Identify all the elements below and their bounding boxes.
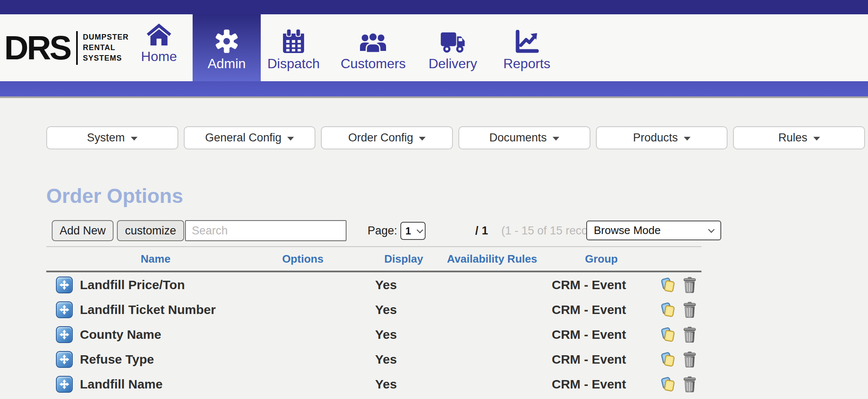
header-divider bbox=[0, 96, 868, 98]
row-group: CRM - Event bbox=[551, 352, 652, 367]
table-row: Landfill Ticket Number Yes CRM - Event bbox=[46, 297, 701, 322]
page-total: / 1 bbox=[475, 220, 488, 241]
table-row: Landfill Price/Ton Yes CRM - Event bbox=[46, 272, 701, 297]
row-name: Landfill Ticket Number bbox=[80, 303, 231, 317]
page-label: Page: bbox=[368, 220, 397, 241]
page-title: Order Options bbox=[46, 184, 183, 207]
admin-menu-bar: System General Config Order Config Docum… bbox=[46, 126, 865, 149]
nav-label: Customers bbox=[341, 57, 406, 70]
move-icon[interactable] bbox=[56, 301, 73, 318]
menu-products[interactable]: Products bbox=[596, 126, 728, 149]
trash-icon[interactable] bbox=[683, 351, 696, 367]
nav-item-admin-tile: Admin bbox=[193, 14, 261, 81]
move-icon[interactable] bbox=[56, 326, 73, 343]
column-header-display: Display bbox=[374, 253, 433, 266]
row-display: Yes bbox=[374, 278, 433, 292]
copy-icon[interactable] bbox=[660, 277, 676, 293]
row-display: Yes bbox=[374, 303, 433, 317]
row-name: Landfill Name bbox=[80, 377, 231, 391]
nav-item-home[interactable]: Home bbox=[132, 22, 186, 74]
copy-icon[interactable] bbox=[660, 327, 676, 342]
logo-wordmark: DUMPSTER RENTAL SYSTEMS bbox=[83, 32, 129, 64]
logo-divider bbox=[76, 31, 78, 65]
menu-system[interactable]: System bbox=[46, 126, 178, 149]
toolbar: Add New customize Page: 1 / 1 (1 - 15 of… bbox=[46, 220, 822, 242]
caret-down-icon bbox=[131, 137, 138, 141]
caret-down-icon bbox=[684, 137, 691, 141]
menu-general-config[interactable]: General Config bbox=[184, 126, 316, 149]
table-row: Landfill Name Yes CRM - Event bbox=[46, 372, 701, 396]
row-group: CRM - Event bbox=[551, 303, 652, 317]
nav-label: Reports bbox=[503, 57, 550, 70]
row-name: County Name bbox=[80, 327, 231, 342]
column-header-name: Name bbox=[80, 253, 231, 266]
trash-icon[interactable] bbox=[683, 376, 696, 392]
gear-icon bbox=[214, 29, 239, 53]
nav-item-dispatch[interactable]: Dispatch bbox=[267, 14, 320, 81]
caret-down-icon bbox=[419, 137, 426, 141]
browse-mode-value: Browse Mode bbox=[594, 224, 709, 237]
caret-down-icon bbox=[813, 137, 820, 141]
copy-icon[interactable] bbox=[660, 302, 676, 317]
column-header-options: Options bbox=[231, 253, 374, 266]
chevron-down-icon bbox=[708, 226, 715, 233]
page-select-value: 1 bbox=[405, 225, 418, 237]
menu-documents[interactable]: Documents bbox=[458, 126, 590, 149]
users-icon bbox=[359, 29, 387, 53]
truck-icon bbox=[440, 29, 466, 53]
row-name: Refuse Type bbox=[80, 352, 231, 367]
move-icon[interactable] bbox=[56, 351, 73, 368]
row-display: Yes bbox=[374, 352, 433, 367]
trash-icon[interactable] bbox=[683, 327, 696, 343]
move-icon[interactable] bbox=[56, 277, 73, 293]
page-select[interactable]: 1 bbox=[400, 222, 426, 240]
caret-down-icon bbox=[553, 137, 559, 141]
home-icon bbox=[146, 22, 172, 46]
nav-item-customers[interactable]: Customers bbox=[341, 14, 406, 81]
logo-abbr: DRS bbox=[4, 33, 70, 63]
nav-label: Admin bbox=[208, 57, 246, 70]
chevron-down-icon bbox=[417, 226, 423, 233]
column-header-group: Group bbox=[551, 253, 652, 266]
nav-item-delivery[interactable]: Delivery bbox=[426, 14, 480, 81]
trash-icon[interactable] bbox=[683, 302, 696, 318]
menu-rules[interactable]: Rules bbox=[733, 126, 865, 149]
row-group: CRM - Event bbox=[551, 278, 652, 292]
copy-icon[interactable] bbox=[660, 376, 676, 392]
add-new-button[interactable]: Add New bbox=[52, 220, 114, 241]
order-options-table: Name Options Display Availability Rules … bbox=[46, 246, 701, 396]
customize-button[interactable]: customize bbox=[117, 220, 184, 241]
row-group: CRM - Event bbox=[551, 327, 652, 342]
top-navigation-bar: DRS DUMPSTER RENTAL SYSTEMS Home bbox=[0, 0, 868, 96]
row-name: Landfill Price/Ton bbox=[80, 278, 231, 292]
column-header-availability-rules: Availability Rules bbox=[433, 253, 551, 266]
nav-tile: Dispatch Customers bbox=[261, 14, 868, 81]
copy-icon[interactable] bbox=[660, 351, 676, 367]
trash-icon[interactable] bbox=[683, 277, 696, 293]
row-group: CRM - Event bbox=[551, 377, 652, 391]
logo-tile: DRS DUMPSTER RENTAL SYSTEMS Home bbox=[0, 14, 193, 81]
search-input[interactable] bbox=[185, 220, 347, 241]
chart-icon bbox=[515, 29, 539, 53]
table-row: Refuse Type Yes CRM - Event bbox=[46, 347, 701, 372]
nav-label: Delivery bbox=[429, 57, 477, 70]
nav-item-reports[interactable]: Reports bbox=[500, 14, 554, 81]
caret-down-icon bbox=[287, 137, 294, 141]
table-row: County Name Yes CRM - Event bbox=[46, 322, 701, 347]
drs-logo: DRS DUMPSTER RENTAL SYSTEMS bbox=[0, 31, 129, 65]
calendar-icon bbox=[282, 29, 305, 53]
nav-item-admin[interactable]: Admin bbox=[200, 14, 254, 81]
nav-label: Dispatch bbox=[267, 57, 320, 70]
browse-mode-select[interactable]: Browse Mode bbox=[586, 221, 721, 240]
row-display: Yes bbox=[374, 327, 433, 342]
row-display: Yes bbox=[374, 377, 433, 391]
move-icon[interactable] bbox=[56, 376, 73, 393]
table-header-row: Name Options Display Availability Rules … bbox=[46, 247, 701, 271]
nav-label: Home bbox=[141, 50, 177, 63]
menu-order-config[interactable]: Order Config bbox=[321, 126, 453, 149]
